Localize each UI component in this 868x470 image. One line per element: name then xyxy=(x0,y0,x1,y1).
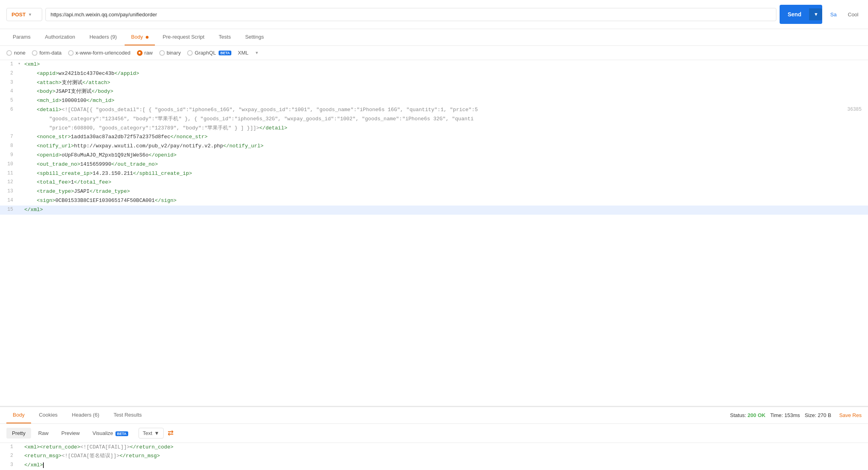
tab-params[interactable]: Params xyxy=(6,29,37,45)
body-type-binary[interactable]: binary xyxy=(159,50,181,56)
body-type-urlencoded[interactable]: x-www-form-urlencoded xyxy=(68,50,131,56)
word-wrap-icon[interactable]: ⇄ xyxy=(168,429,174,437)
code-editor[interactable]: 1 ▾ <xml> 2 <appid>wx2421b1c4370ec43b</a… xyxy=(0,60,868,406)
response-code-area: 1 <xml><return_code><![CDATA[FAIL]]></re… xyxy=(0,443,868,470)
tab-tests[interactable]: Tests xyxy=(212,29,237,45)
save-response-button[interactable]: Save Res xyxy=(836,409,862,421)
tab-prerequest[interactable]: Pre-request Script xyxy=(156,29,211,45)
code-line-12: 12 <total_fee>1</total_fee> xyxy=(0,178,868,187)
fmt-tab-pretty[interactable]: Pretty xyxy=(6,428,31,439)
xml-dropdown-icon[interactable]: ▼ xyxy=(255,51,259,55)
radio-raw xyxy=(137,50,143,56)
app-container: POST ▼ Send ▼ Sa Cool Params Authorizati… xyxy=(0,0,868,470)
tab-authorization[interactable]: Authorization xyxy=(39,29,82,45)
body-active-dot xyxy=(146,36,149,39)
response-meta: Status: 200 OK Time: 153ms Size: 270 B S… xyxy=(730,409,862,421)
request-tabs: Params Authorization Headers (9) Body Pr… xyxy=(0,29,868,46)
code-line-6b: "goods_category":"123456", "body":"苹果手机"… xyxy=(0,115,868,124)
resp-tab-body[interactable]: Body xyxy=(6,407,31,423)
send-main-button[interactable]: Send xyxy=(780,8,809,21)
response-tabs: Body Cookies Headers (6) Test Results xyxy=(6,407,730,423)
body-type-graphql[interactable]: GraphQL BETA xyxy=(187,50,231,56)
code-line-9: 9 <openid>oUpF8uMuAJO_M2pxb1Q9zNjWeS6o</… xyxy=(0,151,868,160)
visualize-beta-badge: BETA xyxy=(115,431,128,436)
resp-line-3: 3 </xml> xyxy=(0,461,868,470)
line-right-num: 36385 xyxy=(844,106,868,114)
code-line-14: 14 <sign>0CB01533B8C1EF103065174F50BCA00… xyxy=(0,196,868,206)
response-header: Body Cookies Headers (6) Test Results St… xyxy=(0,407,868,424)
method-select[interactable]: POST ▼ xyxy=(6,8,42,21)
resp-tab-test-results[interactable]: Test Results xyxy=(107,407,148,423)
code-line-6: 6 <detail><![CDATA[{ "goods_detail":[ { … xyxy=(0,106,868,115)
code-line-1: 1 ▾ <xml> xyxy=(0,60,868,69)
fmt-tab-preview[interactable]: Preview xyxy=(56,428,85,439)
code-line-6c: "price":608800, "goods_category":"123789… xyxy=(0,124,868,133)
time-value: 153ms xyxy=(784,412,800,418)
url-input[interactable] xyxy=(45,8,776,21)
method-label: POST xyxy=(12,12,25,18)
code-line-8: 8 <notify_url>http://wxpay.wxutil.com/pu… xyxy=(0,142,868,151)
fmt-tab-raw[interactable]: Raw xyxy=(33,428,54,439)
code-line-4: 4 <body>JSAPI支付测试</body> xyxy=(0,87,868,96)
method-chevron-icon: ▼ xyxy=(28,12,32,17)
code-line-15: 15 </xml> xyxy=(0,206,868,215)
body-type-none[interactable]: none xyxy=(6,50,25,56)
body-type-formdata[interactable]: form-data xyxy=(32,50,62,56)
resp-tab-cookies[interactable]: Cookies xyxy=(33,407,64,423)
code-line-13: 13 <trade_type>JSAPI</trade_type> xyxy=(0,187,868,196)
send-button-group: Send ▼ xyxy=(780,5,822,24)
status-label: Status: 200 OK xyxy=(730,412,766,418)
status-value: 200 OK xyxy=(748,412,766,418)
code-line-7: 7 <nonce_str>1add1a30ac87aa2db72f57a2375… xyxy=(0,133,868,142)
response-section: Body Cookies Headers (6) Test Results St… xyxy=(0,406,868,470)
radio-binary xyxy=(159,50,165,56)
text-format-dropdown[interactable]: Text ▼ xyxy=(139,428,164,439)
tab-settings[interactable]: Settings xyxy=(239,29,270,45)
code-line-2: 2 <appid>wx2421b1c4370ec43b</appid> xyxy=(0,69,868,78)
body-type-bar: none form-data x-www-form-urlencoded raw… xyxy=(0,46,868,60)
cool-tab-label: Cool xyxy=(845,8,862,21)
code-line-10: 10 <out_trade_no>1415659990</out_trade_n… xyxy=(0,160,868,169)
code-line-11: 11 <spbill_create_ip>14.23.150.211</spbi… xyxy=(0,169,868,178)
code-line-3: 3 <attach>支付测试</attach> xyxy=(0,78,868,88)
request-bar: POST ▼ Send ▼ Sa Cool xyxy=(0,0,868,29)
resp-tab-headers[interactable]: Headers (6) xyxy=(66,407,106,423)
code-line-5: 5 <mch_id>10000100</mch_id> xyxy=(0,96,868,106)
time-label: Time: 153ms xyxy=(770,412,800,418)
radio-none xyxy=(6,50,12,56)
graphql-beta-badge: BETA xyxy=(219,51,231,55)
radio-urlencoded xyxy=(68,50,74,56)
text-dropdown-chevron-icon: ▼ xyxy=(154,430,159,436)
tab-body[interactable]: Body xyxy=(125,29,154,45)
text-cursor xyxy=(43,462,44,468)
xml-format-label[interactable]: XML xyxy=(238,50,248,56)
body-type-raw[interactable]: raw xyxy=(137,50,153,56)
tab-headers[interactable]: Headers (9) xyxy=(83,29,123,45)
save-label[interactable]: Sa xyxy=(825,8,841,21)
radio-graphql xyxy=(187,50,193,56)
resp-line-2: 2 <return_msg><![CDATA[签名错误]]></return_m… xyxy=(0,452,868,461)
send-dropdown-button[interactable]: ▼ xyxy=(809,8,822,20)
fmt-tab-visualize[interactable]: Visualize BETA xyxy=(87,428,133,439)
size-label: Size: 270 B xyxy=(805,412,831,418)
resp-line-1: 1 <xml><return_code><![CDATA[FAIL]]></re… xyxy=(0,443,868,452)
radio-formdata xyxy=(32,50,37,56)
size-value: 270 B xyxy=(818,412,831,418)
response-format-bar: Pretty Raw Preview Visualize BETA Text ▼… xyxy=(0,424,868,443)
